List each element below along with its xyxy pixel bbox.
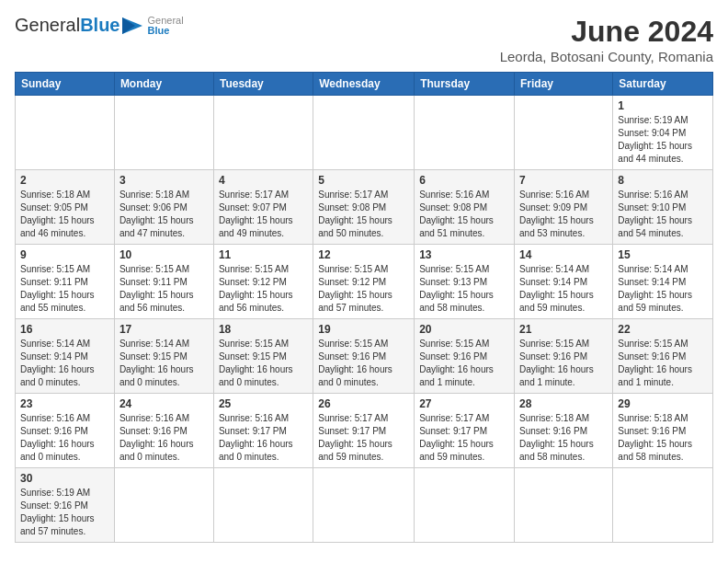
day-number: 26 (318, 397, 409, 410)
day-info: Sunrise: 5:15 AM Sunset: 9:12 PM Dayligh… (219, 263, 308, 315)
svg-marker-1 (122, 17, 135, 34)
day-number: 7 (519, 174, 608, 187)
title-block: June 2024 Leorda, Botosani County, Roman… (500, 15, 713, 64)
day-number: 6 (419, 174, 509, 187)
calendar-day-cell: 30Sunrise: 5:19 AM Sunset: 9:16 PM Dayli… (16, 468, 115, 543)
day-info: Sunrise: 5:14 AM Sunset: 9:14 PM Dayligh… (20, 338, 109, 389)
calendar-day-cell: 7Sunrise: 5:16 AM Sunset: 9:09 PM Daylig… (515, 170, 613, 245)
logo-triangle-icon (122, 17, 142, 34)
day-info: Sunrise: 5:15 AM Sunset: 9:16 PM Dayligh… (318, 338, 409, 389)
day-number: 2 (20, 174, 109, 187)
day-number: 27 (419, 397, 509, 410)
calendar-day-cell: 12Sunrise: 5:15 AM Sunset: 9:12 PM Dayli… (313, 245, 415, 319)
calendar-day-cell: 15Sunrise: 5:14 AM Sunset: 9:14 PM Dayli… (613, 245, 713, 319)
calendar-day-cell (114, 468, 213, 543)
calendar-week-row: 23Sunrise: 5:16 AM Sunset: 9:16 PM Dayli… (16, 394, 713, 468)
calendar-day-cell (114, 96, 213, 170)
calendar-day-cell: 29Sunrise: 5:18 AM Sunset: 9:16 PM Dayli… (613, 394, 713, 468)
day-number: 12 (318, 248, 409, 261)
day-number: 15 (618, 248, 708, 261)
calendar-day-cell: 13Sunrise: 5:15 AM Sunset: 9:13 PM Dayli… (415, 245, 515, 319)
calendar-day-cell (415, 96, 515, 170)
day-info: Sunrise: 5:19 AM Sunset: 9:16 PM Dayligh… (20, 487, 109, 538)
day-number: 23 (20, 397, 109, 410)
day-number: 28 (519, 397, 608, 410)
day-number: 13 (419, 248, 509, 261)
day-number: 20 (419, 323, 509, 336)
day-info: Sunrise: 5:15 AM Sunset: 9:16 PM Dayligh… (618, 338, 708, 389)
day-number: 29 (618, 397, 708, 410)
day-info: Sunrise: 5:14 AM Sunset: 9:14 PM Dayligh… (618, 263, 708, 315)
calendar-day-cell: 26Sunrise: 5:17 AM Sunset: 9:17 PM Dayli… (313, 394, 415, 468)
calendar-week-row: 2Sunrise: 5:18 AM Sunset: 9:05 PM Daylig… (16, 170, 713, 245)
day-info: Sunrise: 5:18 AM Sunset: 9:06 PM Dayligh… (119, 189, 209, 240)
day-info: Sunrise: 5:19 AM Sunset: 9:04 PM Dayligh… (618, 114, 708, 166)
day-number: 22 (618, 323, 708, 336)
calendar-day-cell: 21Sunrise: 5:15 AM Sunset: 9:16 PM Dayli… (515, 319, 613, 394)
calendar-day-cell (213, 96, 313, 170)
calendar-day-cell: 14Sunrise: 5:14 AM Sunset: 9:14 PM Dayli… (515, 245, 613, 319)
day-info: Sunrise: 5:14 AM Sunset: 9:14 PM Dayligh… (519, 263, 608, 315)
calendar-week-row: 9Sunrise: 5:15 AM Sunset: 9:11 PM Daylig… (16, 245, 713, 319)
calendar-day-cell: 2Sunrise: 5:18 AM Sunset: 9:05 PM Daylig… (16, 170, 115, 245)
weekday-header-wednesday: Wednesday (313, 73, 415, 96)
calendar-day-cell: 10Sunrise: 5:15 AM Sunset: 9:11 PM Dayli… (114, 245, 213, 319)
day-info: Sunrise: 5:14 AM Sunset: 9:15 PM Dayligh… (119, 338, 209, 389)
day-info: Sunrise: 5:15 AM Sunset: 9:12 PM Dayligh… (318, 263, 409, 315)
calendar-day-cell: 1Sunrise: 5:19 AM Sunset: 9:04 PM Daylig… (613, 96, 713, 170)
weekday-header-thursday: Thursday (415, 73, 515, 96)
calendar-day-cell (313, 96, 415, 170)
calendar-day-cell (515, 468, 613, 543)
day-info: Sunrise: 5:17 AM Sunset: 9:08 PM Dayligh… (318, 189, 409, 240)
calendar-day-cell: 11Sunrise: 5:15 AM Sunset: 9:12 PM Dayli… (213, 245, 313, 319)
calendar-week-row: 30Sunrise: 5:19 AM Sunset: 9:16 PM Dayli… (16, 468, 713, 543)
calendar-week-row: 16Sunrise: 5:14 AM Sunset: 9:14 PM Dayli… (16, 319, 713, 394)
logo-blue-text: Blue (80, 15, 119, 36)
calendar-day-cell: 6Sunrise: 5:16 AM Sunset: 9:08 PM Daylig… (415, 170, 515, 245)
calendar-day-cell: 25Sunrise: 5:16 AM Sunset: 9:17 PM Dayli… (213, 394, 313, 468)
calendar-day-cell: 19Sunrise: 5:15 AM Sunset: 9:16 PM Dayli… (313, 319, 415, 394)
calendar-day-cell (313, 468, 415, 543)
day-info: Sunrise: 5:16 AM Sunset: 9:17 PM Dayligh… (219, 412, 308, 464)
calendar-day-cell: 18Sunrise: 5:15 AM Sunset: 9:15 PM Dayli… (213, 319, 313, 394)
day-number: 18 (219, 323, 308, 336)
day-info: Sunrise: 5:16 AM Sunset: 9:08 PM Dayligh… (419, 189, 509, 240)
day-number: 10 (119, 248, 209, 261)
calendar-day-cell: 17Sunrise: 5:14 AM Sunset: 9:15 PM Dayli… (114, 319, 213, 394)
day-info: Sunrise: 5:18 AM Sunset: 9:16 PM Dayligh… (618, 412, 708, 464)
day-number: 11 (219, 248, 308, 261)
calendar-day-cell: 23Sunrise: 5:16 AM Sunset: 9:16 PM Dayli… (16, 394, 115, 468)
weekday-header-monday: Monday (114, 73, 213, 96)
day-info: Sunrise: 5:16 AM Sunset: 9:16 PM Dayligh… (119, 412, 209, 464)
calendar-day-cell: 27Sunrise: 5:17 AM Sunset: 9:17 PM Dayli… (415, 394, 515, 468)
calendar-day-cell: 9Sunrise: 5:15 AM Sunset: 9:11 PM Daylig… (16, 245, 115, 319)
day-number: 3 (119, 174, 209, 187)
day-number: 16 (20, 323, 109, 336)
day-number: 24 (119, 397, 209, 410)
day-info: Sunrise: 5:15 AM Sunset: 9:11 PM Dayligh… (119, 263, 209, 315)
weekday-header-row: SundayMondayTuesdayWednesdayThursdayFrid… (16, 73, 713, 96)
day-number: 9 (20, 248, 109, 261)
day-info: Sunrise: 5:16 AM Sunset: 9:09 PM Dayligh… (519, 189, 608, 240)
calendar-day-cell (16, 96, 115, 170)
day-number: 1 (618, 99, 708, 112)
day-info: Sunrise: 5:15 AM Sunset: 9:15 PM Dayligh… (219, 338, 308, 389)
calendar-day-cell (613, 468, 713, 543)
day-info: Sunrise: 5:15 AM Sunset: 9:11 PM Dayligh… (20, 263, 109, 315)
day-info: Sunrise: 5:17 AM Sunset: 9:17 PM Dayligh… (419, 412, 509, 464)
day-number: 30 (20, 472, 109, 485)
day-number: 25 (219, 397, 308, 410)
logo-general-text: General (15, 15, 80, 36)
weekday-header-saturday: Saturday (613, 73, 713, 96)
day-number: 17 (119, 323, 209, 336)
calendar-day-cell: 5Sunrise: 5:17 AM Sunset: 9:08 PM Daylig… (313, 170, 415, 245)
day-info: Sunrise: 5:16 AM Sunset: 9:16 PM Dayligh… (20, 412, 109, 464)
calendar-day-cell: 16Sunrise: 5:14 AM Sunset: 9:14 PM Dayli… (16, 319, 115, 394)
calendar-title: June 2024 (500, 15, 713, 49)
calendar-day-cell: 3Sunrise: 5:18 AM Sunset: 9:06 PM Daylig… (114, 170, 213, 245)
day-info: Sunrise: 5:17 AM Sunset: 9:07 PM Dayligh… (219, 189, 308, 240)
calendar-day-cell: 24Sunrise: 5:16 AM Sunset: 9:16 PM Dayli… (114, 394, 213, 468)
calendar-day-cell (415, 468, 515, 543)
calendar-week-row: 1Sunrise: 5:19 AM Sunset: 9:04 PM Daylig… (16, 96, 713, 170)
weekday-header-sunday: Sunday (16, 73, 115, 96)
